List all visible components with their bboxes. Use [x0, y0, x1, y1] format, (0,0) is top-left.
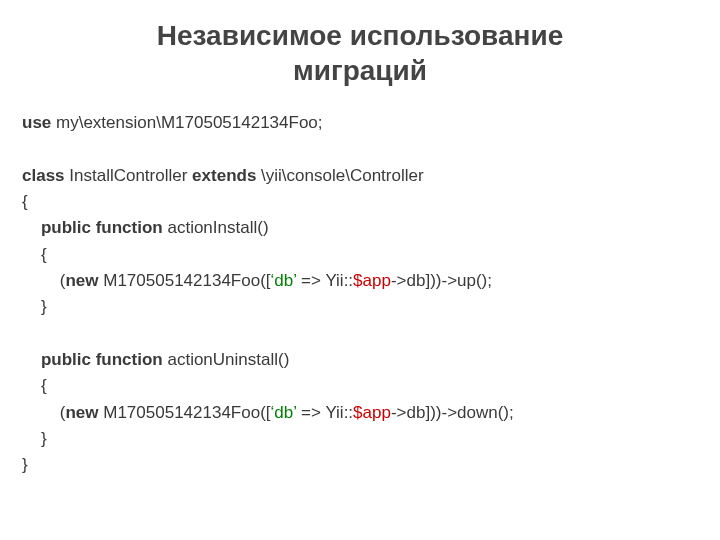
- install-part-1: (: [22, 271, 65, 290]
- keyword-new-1: new: [65, 271, 98, 290]
- install-part-3: => Yii::: [296, 271, 353, 290]
- indent: [22, 218, 41, 237]
- class-name: InstallController: [65, 166, 193, 185]
- uninstall-part-4: ->db]))->down();: [391, 403, 514, 422]
- fn2-name: actionUninstall(): [163, 350, 290, 369]
- keyword-use: use: [22, 113, 51, 132]
- keyword-class: class: [22, 166, 65, 185]
- uninstall-part-1: (: [22, 403, 65, 422]
- keyword-public-function-1: public function: [41, 218, 163, 237]
- fn2-brace-open: {: [22, 376, 47, 395]
- slide: Независимое использование миграций use m…: [0, 0, 720, 540]
- code-block: use my\extension\M170505142134Foo; class…: [22, 110, 698, 479]
- var-app-1: $app: [353, 271, 391, 290]
- use-path: my\extension\M170505142134Foo;: [51, 113, 322, 132]
- fn1-brace-close: }: [22, 297, 47, 316]
- slide-title: Независимое использование миграций: [22, 18, 698, 88]
- title-line-1: Независимое использование: [157, 20, 563, 51]
- brace-open: {: [22, 192, 28, 211]
- keyword-extends: extends: [192, 166, 256, 185]
- uninstall-part-2: M170505142134Foo([: [99, 403, 271, 422]
- install-part-4: ->db]))->up();: [391, 271, 492, 290]
- fn1-name: actionInstall(): [163, 218, 269, 237]
- string-db-2: ‘db’: [271, 403, 297, 422]
- keyword-new-2: new: [65, 403, 98, 422]
- title-line-2: миграций: [293, 55, 427, 86]
- var-app-2: $app: [353, 403, 391, 422]
- string-db-1: ‘db’: [271, 271, 297, 290]
- base-class: \yii\console\Controller: [256, 166, 423, 185]
- brace-close: }: [22, 455, 28, 474]
- indent: [22, 350, 41, 369]
- install-part-2: M170505142134Foo([: [99, 271, 271, 290]
- fn2-brace-close: }: [22, 429, 47, 448]
- uninstall-part-3: => Yii::: [296, 403, 353, 422]
- keyword-public-function-2: public function: [41, 350, 163, 369]
- fn1-brace-open: {: [22, 245, 47, 264]
